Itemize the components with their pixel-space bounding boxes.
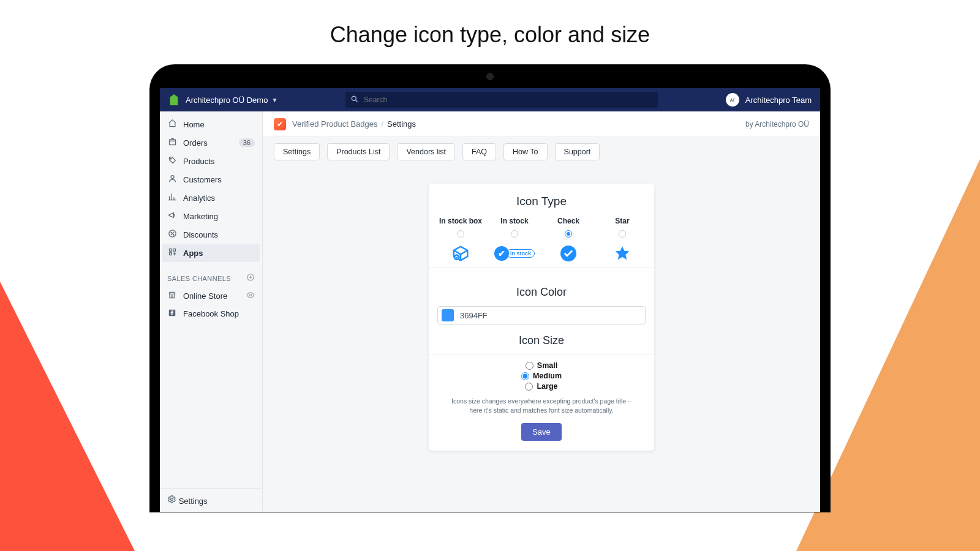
app-screen: Architechpro OÜ Demo ▼ AT Architechpro T… (160, 88, 820, 512)
channel-facebook-shop[interactable]: Facebook Shop (160, 305, 262, 323)
tab-settings[interactable]: Settings (274, 143, 320, 160)
channel-online-store[interactable]: Online Store (160, 287, 262, 305)
icon-type-radio[interactable] (457, 230, 464, 238)
breadcrumb-byline: by Architechpro OÜ (745, 120, 809, 129)
breadcrumb-sep: / (381, 119, 383, 129)
tab-how-to[interactable]: How To (503, 143, 547, 160)
sidebar-item-home[interactable]: Home (160, 115, 262, 133)
color-swatch[interactable] (442, 309, 454, 321)
icon-type-label: In stock (500, 217, 528, 225)
sidebar-item-analytics[interactable]: Analytics (160, 189, 262, 207)
svg-point-14 (249, 294, 252, 296)
tab-products-list[interactable]: Products List (327, 143, 390, 160)
icon-type-label: Star (615, 217, 629, 225)
icon-type-label: Check (557, 217, 579, 225)
star-glyph-icon (598, 244, 647, 263)
search-box[interactable] (345, 92, 658, 108)
store-name: Architechpro OÜ Demo (186, 96, 268, 105)
save-button[interactable]: Save (521, 423, 562, 441)
person-icon (167, 174, 177, 185)
size-option-small[interactable]: Small (526, 361, 557, 370)
laptop-camera (487, 73, 493, 80)
sidebar-item-label: Settings (179, 497, 208, 506)
size-label: Large (537, 382, 557, 391)
sidebar-item-marketing[interactable]: Marketing (160, 207, 262, 225)
disc-icon (167, 229, 177, 240)
svg-rect-2 (169, 140, 175, 145)
account-menu[interactable]: AT Architechpro Team (726, 93, 812, 107)
icon-type-radio[interactable] (565, 230, 572, 238)
store-icon (167, 291, 177, 301)
main-area: ✔ Verified Product Badges / Settings by … (263, 111, 820, 512)
add-channel-button[interactable] (246, 273, 255, 283)
size-note: Icons size changes everywhere excepting … (437, 391, 646, 423)
sidebar-item-orders[interactable]: Orders36 (160, 133, 262, 152)
size-radio[interactable] (526, 362, 533, 370)
search-icon (350, 95, 359, 105)
svg-point-4 (171, 176, 174, 179)
size-radio[interactable] (521, 372, 529, 380)
sidebar-item-label: Home (183, 120, 205, 129)
color-input[interactable] (460, 311, 641, 320)
sidebar: HomeOrders36ProductsCustomersAnalyticsMa… (160, 111, 263, 512)
shopify-logo-icon (168, 94, 179, 105)
sidebar-item-label: Apps (183, 249, 203, 258)
decor-triangle-left (0, 282, 135, 551)
sidebar-item-customers[interactable]: Customers (160, 170, 262, 189)
topbar: Architechpro OÜ Demo ▼ AT Architechpro T… (160, 88, 820, 111)
tab-faq[interactable]: FAQ (462, 143, 496, 160)
icon-type-title: Icon Type (429, 195, 654, 208)
icon-type-stock[interactable]: In stock✔in stock (490, 217, 539, 263)
icon-color-title: Icon Color (437, 286, 646, 299)
size-option-medium[interactable]: Medium (521, 372, 562, 380)
svg-point-3 (170, 158, 172, 159)
channel-label: Facebook Shop (183, 309, 239, 318)
laptop-frame: Architechpro OÜ Demo ▼ AT Architechpro T… (150, 65, 830, 512)
sidebar-item-label: Customers (183, 175, 222, 184)
icon-type-box[interactable]: In stock box (436, 217, 485, 263)
tab-bar: SettingsProducts ListVendors listFAQHow … (263, 137, 820, 167)
search-input[interactable] (345, 92, 658, 108)
svg-point-6 (171, 232, 172, 233)
svg-point-0 (352, 96, 356, 100)
store-switcher[interactable]: Architechpro OÜ Demo ▼ (186, 96, 277, 105)
size-label: Medium (533, 372, 562, 380)
apps-icon (167, 247, 177, 258)
tag-icon (167, 156, 177, 167)
channel-label: Online Store (183, 291, 227, 301)
mega-icon (167, 211, 177, 222)
breadcrumb-page: Settings (387, 119, 416, 129)
svg-rect-9 (173, 249, 175, 252)
sidebar-item-label: Products (183, 157, 214, 166)
breadcrumb-app[interactable]: Verified Product Badges (292, 119, 377, 129)
tab-support[interactable]: Support (555, 143, 600, 160)
icon-type-radio[interactable] (511, 230, 518, 238)
orders-icon (167, 137, 177, 148)
sidebar-badge: 36 (239, 138, 255, 147)
sidebar-item-settings[interactable]: Settings (160, 489, 262, 512)
marketing-heading: Change icon type, color and size (0, 22, 980, 48)
icon-type-star[interactable]: Star (598, 217, 647, 263)
check-glyph-icon (544, 244, 593, 263)
icon-size-title: Icon Size (437, 334, 646, 347)
sidebar-item-label: Orders (183, 138, 208, 148)
sidebar-item-apps[interactable]: Apps (162, 244, 260, 262)
gear-icon (167, 497, 179, 506)
stock-glyph-icon: ✔in stock (490, 244, 539, 263)
tab-vendors-list[interactable]: Vendors list (397, 143, 455, 160)
sidebar-item-label: Discounts (183, 230, 218, 239)
icon-type-check[interactable]: Check (544, 217, 593, 263)
size-radio[interactable] (525, 383, 533, 391)
eye-icon[interactable] (246, 291, 255, 301)
sidebar-item-label: Marketing (183, 212, 218, 221)
svg-line-1 (356, 100, 358, 102)
color-field[interactable] (437, 306, 646, 324)
fb-icon (167, 309, 177, 319)
sidebar-item-products[interactable]: Products (160, 152, 262, 170)
icon-type-radio[interactable] (619, 230, 626, 238)
app-badge-icon: ✔ (274, 118, 286, 130)
size-option-large[interactable]: Large (525, 382, 557, 391)
account-name: Architechpro Team (745, 96, 812, 105)
home-icon (167, 119, 177, 130)
sidebar-item-discounts[interactable]: Discounts (160, 225, 262, 244)
